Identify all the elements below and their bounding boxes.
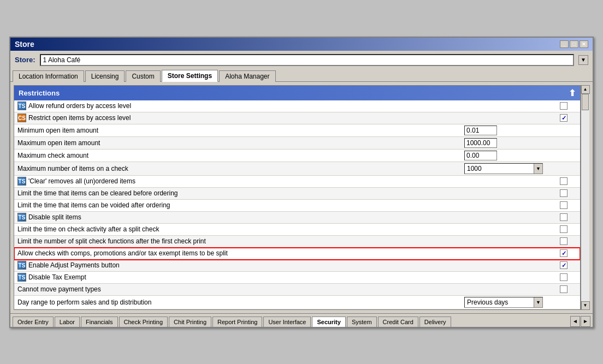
tab-store-settings[interactable]: Store Settings: [162, 70, 218, 82]
checkbox-cannot-move-payment[interactable]: [560, 285, 567, 293]
collapse-icon[interactable]: ⬆: [569, 88, 576, 98]
nav-left-button[interactable]: ◄: [570, 316, 580, 327]
row-day-range: Day range to perform sales and tip distr…: [14, 296, 580, 309]
checkbox-enable-adjust[interactable]: [560, 261, 567, 269]
min-open-field[interactable]: 0.01: [464, 126, 497, 135]
cs-icon-restrict: CS: [17, 114, 26, 122]
row-cannot-move-payment: Cannot move payment types: [14, 284, 580, 296]
checkbox-limit-split-functions[interactable]: [560, 237, 567, 245]
max-open-field[interactable]: 1000.00: [464, 138, 497, 148]
row-allow-comps-split-label: Allow checks with comps, promotions and/…: [14, 248, 460, 258]
row-restrict-open-label: CS Restrict open items by access level: [14, 112, 460, 123]
max-check-field[interactable]: 0.00: [464, 151, 497, 160]
restrictions-header: Restrictions ⬆: [14, 86, 580, 100]
nav-arrows: ◄ ►: [570, 316, 590, 327]
tab-financials[interactable]: Financials: [81, 317, 118, 327]
tab-delivery[interactable]: Delivery: [419, 317, 451, 327]
scroll-down-button[interactable]: ▼: [581, 301, 590, 310]
tab-user-interface[interactable]: User Interface: [263, 317, 311, 327]
checkbox-allow-comps-split[interactable]: [560, 249, 567, 257]
maximize-button[interactable]: □: [570, 40, 578, 48]
row-disable-tax-exempt: TS Disable Tax Exempt: [14, 272, 580, 284]
row-limit-split-functions-check[interactable]: [547, 237, 580, 245]
tab-aloha-manager[interactable]: Aloha Manager: [219, 70, 275, 82]
minimize-button[interactable]: _: [560, 40, 569, 48]
tab-security[interactable]: Security: [312, 317, 345, 327]
tab-licensing[interactable]: Licensing: [85, 70, 125, 82]
tab-chit-printing[interactable]: Chit Printing: [169, 317, 211, 327]
row-enable-adjust-check[interactable]: [547, 261, 580, 269]
checkbox-clear[interactable]: [560, 177, 567, 185]
row-disable-split: TS Disable split items: [14, 212, 580, 224]
row-day-range-label: Day range to perform sales and tip distr…: [14, 297, 460, 307]
row-limit-check-activity-label: Limit the time on check activity after a…: [14, 224, 460, 234]
row-min-open: Minimum open item amount 0.01: [14, 124, 580, 137]
scroll-up-button[interactable]: ▲: [581, 85, 590, 94]
row-clear-removes-label: TS 'Clear' removes all (un)ordered items: [14, 176, 460, 187]
tab-check-printing[interactable]: Check Printing: [119, 317, 168, 327]
row-allow-refund-check[interactable]: [547, 102, 580, 110]
bottom-tab-bar: Order Entry Labor Financials Check Print…: [10, 313, 593, 327]
checkbox-limit-clear[interactable]: [560, 189, 567, 197]
tab-order-entry[interactable]: Order Entry: [13, 317, 54, 327]
ts-icon-split: TS: [17, 213, 26, 222]
max-items-value: 1000: [465, 164, 534, 173]
tab-location-information[interactable]: Location Information: [13, 70, 84, 82]
ts-icon-refund: TS: [17, 102, 26, 110]
row-limit-void-value: [460, 204, 547, 206]
checkbox-refund[interactable]: [560, 102, 567, 110]
store-field[interactable]: 1 Aloha Café: [40, 54, 574, 66]
ts-icon-adjust: TS: [17, 261, 26, 270]
day-range-arrow[interactable]: ▼: [534, 297, 542, 307]
tab-credit-card[interactable]: Credit Card: [378, 317, 418, 327]
title-bar-controls: _ □ ✕: [560, 40, 588, 48]
max-items-arrow[interactable]: ▼: [534, 164, 542, 174]
row-limit-clear-check[interactable]: [547, 189, 580, 197]
row-disable-split-check[interactable]: [547, 213, 580, 221]
scroll-thumb[interactable]: [582, 94, 589, 110]
ts-icon-clear: TS: [17, 177, 26, 186]
row-min-open-value: 0.01: [460, 124, 547, 136]
checkbox-restrict-open[interactable]: [560, 114, 567, 122]
close-button[interactable]: ✕: [580, 40, 588, 48]
checkbox-disable-split[interactable]: [560, 213, 567, 221]
row-disable-tax-exempt-check[interactable]: [547, 273, 580, 281]
top-tab-bar: Location Information Licensing Custom St…: [10, 69, 593, 82]
row-clear-removes-check[interactable]: [547, 177, 580, 185]
main-window: Store _ □ ✕ Store: 1 Aloha Café ▼ Locati…: [9, 37, 594, 328]
row-limit-split-functions-value: [460, 240, 547, 242]
checkbox-limit-void[interactable]: [560, 201, 567, 209]
row-max-open-label: Maximum open item amount: [14, 138, 460, 148]
tab-labor[interactable]: Labor: [55, 317, 80, 327]
tab-report-printing[interactable]: Report Printing: [212, 317, 262, 327]
row-limit-void: Limit the time that items can be voided …: [14, 200, 580, 212]
row-disable-tax-exempt-value: [460, 276, 547, 278]
row-limit-check-activity-check[interactable]: [547, 225, 580, 233]
restrictions-title: Restrictions: [19, 89, 60, 97]
row-allow-refund: TS Allow refund orders by access level: [14, 100, 580, 112]
checkbox-limit-check-activity[interactable]: [560, 225, 567, 233]
scroll-track[interactable]: [581, 94, 589, 301]
day-range-value: Previous days: [465, 298, 534, 307]
row-enable-adjust-value: [460, 264, 547, 266]
row-restrict-open-value: [460, 117, 547, 119]
row-restrict-open: CS Restrict open items by access level: [14, 112, 580, 124]
nav-right-button[interactable]: ►: [581, 316, 590, 327]
max-items-dropdown[interactable]: 1000 ▼: [464, 163, 543, 174]
ts-icon-tax-exempt: TS: [17, 273, 26, 282]
tab-system[interactable]: System: [347, 317, 377, 327]
row-cannot-move-payment-value: [460, 288, 547, 290]
row-restrict-open-check[interactable]: [547, 114, 580, 122]
row-clear-removes: TS 'Clear' removes all (un)ordered items: [14, 176, 580, 188]
checkbox-disable-tax-exempt[interactable]: [560, 273, 567, 281]
rows-container: TS Allow refund orders by access level C…: [14, 100, 580, 309]
restrictions-panel-wrapper: Restrictions ⬆ TS Allow refund orders by…: [14, 85, 589, 310]
day-range-dropdown[interactable]: Previous days ▼: [464, 297, 543, 308]
store-dropdown-arrow[interactable]: ▼: [578, 55, 588, 65]
row-limit-void-check[interactable]: [547, 201, 580, 209]
tab-custom[interactable]: Custom: [126, 70, 160, 82]
row-cannot-move-payment-check[interactable]: [547, 285, 580, 293]
row-allow-comps-split-check[interactable]: [547, 249, 580, 257]
row-allow-refund-label: TS Allow refund orders by access level: [14, 100, 460, 111]
row-allow-refund-value: [460, 105, 547, 107]
